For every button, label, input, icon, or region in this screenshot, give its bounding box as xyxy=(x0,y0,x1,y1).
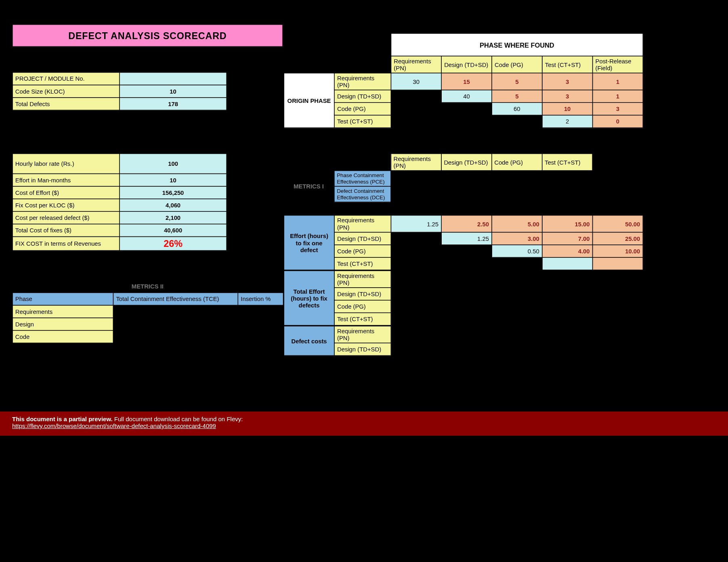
cost-table: Hourly labor rate (Rs.) 100 Effort in Ma… xyxy=(12,153,227,251)
cell: 3 xyxy=(542,90,593,102)
ef-row: Code (PG) xyxy=(334,245,391,257)
m1-col: Requirements (PN) xyxy=(391,154,441,171)
dc-row: Design (TD+SD) xyxy=(334,343,391,355)
m2-h1: Total Containment Effectiveness (TCE) xyxy=(113,292,238,305)
m2-row: Requirements xyxy=(13,305,113,318)
phase-found-table: PHASE WHERE FOUND Requirements (PN) Desi… xyxy=(283,33,643,128)
row-design: Design (TD+SD) xyxy=(334,90,391,102)
label-rate: Hourly labor rate (Rs.) xyxy=(13,154,120,174)
total-effort-table: Total Effort (hours) to fix defects Requ… xyxy=(283,270,391,326)
phase-found-title: PHASE WHERE FOUND xyxy=(391,33,643,56)
row-req: Requirements (PN) xyxy=(334,73,391,90)
value-fix-rev: 26% xyxy=(120,237,227,251)
value-effort: 10 xyxy=(120,174,227,186)
value-cost-defect: 2,100 xyxy=(120,211,227,224)
row-code: Code (PG) xyxy=(334,102,391,115)
te-row: Code (PG) xyxy=(334,300,391,313)
cell: 0.50 xyxy=(492,245,542,257)
project-table: PROJECT / MODULE No. Code Size (KLOC) 10… xyxy=(12,72,227,111)
cell: 1.25 xyxy=(441,232,492,245)
metrics2-heading: METRICS II xyxy=(12,280,283,292)
cell: 1 xyxy=(593,90,643,102)
ef-row: Test (CT+ST) xyxy=(334,257,391,270)
m1-col: Test (CT+ST) xyxy=(542,154,592,171)
cell: 5.00 xyxy=(492,215,542,232)
cell: 2.50 xyxy=(441,215,492,232)
metrics2-table: Phase Total Containment Effectiveness (T… xyxy=(12,292,283,343)
m1-row: Phase Containment Effectiveness (PCE) xyxy=(334,171,390,186)
value-rate: 100 xyxy=(120,154,227,174)
row-test: Test (CT+ST) xyxy=(334,115,391,127)
banner-text: Full document download can be found on F… xyxy=(113,416,243,422)
cell: 10.00 xyxy=(593,245,643,257)
value-module xyxy=(120,72,227,85)
page-title: DEFECT ANALYSIS SCORECARD xyxy=(12,24,283,47)
label-total-fix: Total Cost of fixes ($) xyxy=(13,224,120,236)
value-size: 10 xyxy=(120,85,227,98)
origin-phase-label: ORIGIN PHASE xyxy=(284,73,334,128)
te-row: Requirements (PN) xyxy=(334,271,391,288)
m2-row: Design xyxy=(13,318,113,330)
effort-fix-table: Effort (hours) to fix one defect Require… xyxy=(283,215,643,270)
m2-row: Code xyxy=(13,330,113,343)
cell: 50.00 xyxy=(593,215,643,232)
col-post: Post-Release (Field) xyxy=(593,56,643,73)
total-effort-label: Total Effort (hours) to fix defects xyxy=(284,271,334,326)
col-code: Code (PG) xyxy=(492,56,542,73)
m2-h0: Phase xyxy=(13,292,113,305)
label-effort: Effort in Man-months xyxy=(13,174,120,186)
label-cost-effort: Cost of Effort ($) xyxy=(13,186,120,199)
label-defects: Total Defects xyxy=(13,98,120,110)
col-design: Design (TD+SD) xyxy=(441,56,492,73)
cell: 25.00 xyxy=(593,232,643,245)
label-fix-rev: FIX COST in terms of Revenues xyxy=(13,237,120,251)
cell: 4.00 xyxy=(542,245,593,257)
dc-row: Requirements (PN) xyxy=(334,326,391,343)
m1-row: Defect Containment Effectiveness (DCE) xyxy=(334,186,390,202)
col-req: Requirements (PN) xyxy=(391,56,441,73)
te-row: Design (TD+SD) xyxy=(334,288,391,300)
cell: 5 xyxy=(492,90,542,102)
cell: 7.00 xyxy=(542,232,593,245)
m1-col: Code (PG) xyxy=(491,154,542,171)
cell xyxy=(542,257,593,270)
label-cost-defect: Cost per released defect ($) xyxy=(13,211,120,224)
te-row: Test (CT+ST) xyxy=(334,313,391,325)
banner-link[interactable]: https://flevy.com/browse/document/softwa… xyxy=(12,422,216,429)
cell: 15.00 xyxy=(542,215,593,232)
m2-h2: Insertion % xyxy=(238,292,283,305)
cell: 10 xyxy=(542,102,593,115)
value-cost-effort: 156,250 xyxy=(120,186,227,199)
metrics1-label xyxy=(283,154,334,171)
metrics1-heading: METRICS I xyxy=(283,171,334,202)
cell: 60 xyxy=(492,102,542,115)
value-defects: 178 xyxy=(120,98,227,110)
value-fix-kloc: 4,060 xyxy=(120,199,227,211)
cell xyxy=(593,257,643,270)
label-size: Code Size (KLOC) xyxy=(13,85,120,98)
cell: 1 xyxy=(593,73,643,90)
cell: 30 xyxy=(391,73,441,90)
cell: 3.00 xyxy=(492,232,542,245)
cell: 5 xyxy=(492,73,542,90)
banner-bold: This document is a partial preview. xyxy=(12,416,113,422)
cell: 0 xyxy=(593,115,643,127)
col-test: Test (CT+ST) xyxy=(542,56,593,73)
ef-row: Requirements (PN) xyxy=(334,215,391,232)
cell: 1.25 xyxy=(391,215,441,232)
defect-costs-table: Defect costs Requirements (PN) Design (T… xyxy=(283,326,391,356)
cell: 3 xyxy=(542,73,593,90)
label-fix-kloc: Fix Cost per KLOC ($) xyxy=(13,199,120,211)
cell: 2 xyxy=(542,115,593,127)
effort-fix-label: Effort (hours) to fix one defect xyxy=(284,215,334,270)
cell: 40 xyxy=(441,90,492,102)
cell: 3 xyxy=(593,102,643,115)
value-total-fix: 40,600 xyxy=(120,224,227,236)
ef-row: Design (TD+SD) xyxy=(334,232,391,245)
label-module: PROJECT / MODULE No. xyxy=(13,72,120,85)
m1-col: Design (TD+SD) xyxy=(441,154,491,171)
cell: 15 xyxy=(441,73,492,90)
metrics1-table: Requirements (PN) Design (TD+SD) Code (P… xyxy=(283,153,642,203)
defect-costs-label: Defect costs xyxy=(284,326,334,355)
preview-banner: This document is a partial preview. Full… xyxy=(0,412,728,436)
